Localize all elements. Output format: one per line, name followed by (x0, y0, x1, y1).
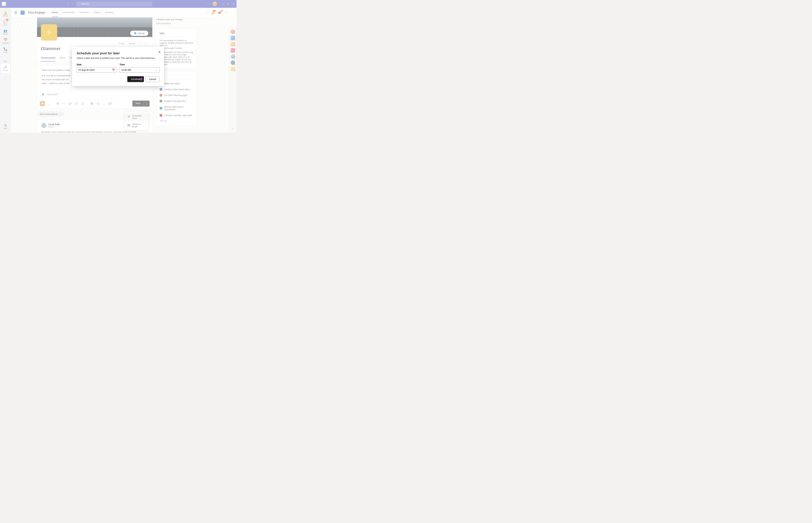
chevron-down-icon: ⌄ (156, 69, 158, 71)
modal-description: Select a date and time to publish your p… (77, 57, 159, 59)
close-icon: ✕ (158, 51, 161, 54)
modal-title: Schedule your post for later (77, 51, 159, 55)
schedule-modal: ✕ Schedule your post for later Select a … (72, 47, 164, 86)
date-label: Date (77, 63, 117, 66)
calendar-icon: 📅 (112, 69, 115, 71)
cancel-button[interactable]: Cancel (145, 76, 159, 82)
modal-close-button[interactable]: ✕ (158, 51, 161, 54)
schedule-button-label: Schedule (131, 78, 140, 80)
date-value: Fri Aug 30 2023 (79, 69, 94, 71)
time-label: Time (120, 63, 159, 66)
date-input[interactable]: Fri Aug 30 2023 📅 (77, 67, 117, 73)
schedule-button[interactable]: Schedule (127, 76, 144, 82)
time-input[interactable]: 12:00 AM ⌄ (120, 67, 159, 73)
time-value: 12:00 AM (121, 69, 131, 71)
